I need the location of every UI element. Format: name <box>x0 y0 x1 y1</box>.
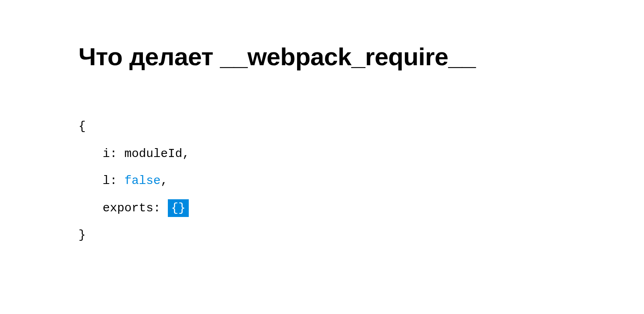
code-comma-2: , <box>161 174 168 188</box>
code-value-false: false <box>124 174 161 188</box>
slide-title: Что делает __webpack_require__ <box>78 42 644 71</box>
code-line-exports: exports: {} <box>78 195 644 222</box>
code-line-open: { <box>78 113 644 140</box>
code-key-l: l: <box>103 174 124 188</box>
code-line-l: l: false, <box>78 167 644 195</box>
code-line-close: } <box>78 222 644 249</box>
code-line-i: i: moduleId, <box>78 140 644 168</box>
code-key-exports: exports: <box>103 201 168 215</box>
code-value-empty-object: {} <box>168 199 189 217</box>
code-key-i: i: <box>103 147 124 161</box>
code-value-moduleid: moduleId <box>124 147 182 161</box>
code-comma-1: , <box>182 147 190 161</box>
code-block: { i: moduleId, l: false, exports: {} } <box>78 113 644 249</box>
